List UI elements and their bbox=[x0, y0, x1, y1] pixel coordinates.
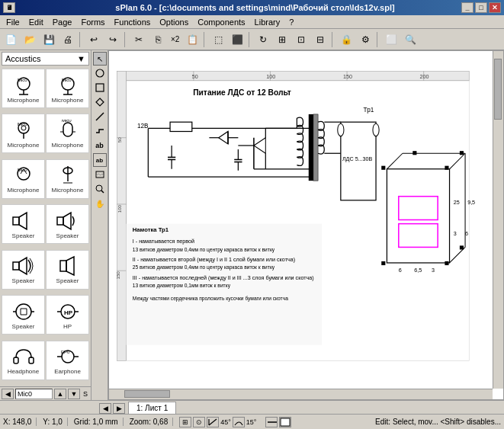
svg-text:13 витков диаметром 0,1мм вито: 13 витков диаметром 0,1мм виток к витку bbox=[133, 283, 231, 289]
canvas-area[interactable]: 50 100 150 200 50 100 150 Питание ЛДС от… bbox=[108, 50, 504, 400]
svg-rect-37 bbox=[14, 357, 18, 363]
rect-tool[interactable] bbox=[93, 81, 107, 94]
select-tool[interactable]: ↖ bbox=[93, 52, 107, 66]
lock-button[interactable]: 🔒 bbox=[337, 31, 355, 48]
tab-sheet1[interactable]: 1: Лист 1 bbox=[128, 402, 176, 414]
refresh-button[interactable]: ↻ bbox=[254, 31, 272, 48]
copy-x2-button[interactable]: ×2 bbox=[168, 31, 182, 48]
paste-button[interactable]: 📋 bbox=[183, 31, 201, 48]
svg-text:Намотка Тр1: Намотка Тр1 bbox=[133, 226, 169, 233]
diamond-tool[interactable] bbox=[93, 95, 107, 109]
panel-nav-prev[interactable]: ◀ bbox=[2, 389, 14, 399]
status-bar: X: 148,0 Y: 1,0 Grid: 1,0 mm Zoom: 0,68 … bbox=[0, 414, 504, 429]
page-btn1[interactable]: ⬜ bbox=[382, 31, 400, 48]
component-symbol bbox=[8, 300, 39, 323]
vertical-scrollbar[interactable] bbox=[493, 51, 503, 389]
text-tool[interactable]: ab bbox=[93, 139, 107, 152]
component-label: Earphone bbox=[54, 368, 81, 375]
menu-page[interactable]: Page bbox=[48, 17, 77, 27]
svg-text:Тр1: Тр1 bbox=[364, 107, 374, 114]
open-button[interactable]: 📂 bbox=[21, 31, 39, 48]
component-btn2[interactable]: ⊡ bbox=[292, 31, 310, 48]
menu-forms[interactable]: Forms bbox=[76, 17, 109, 27]
menu-edit[interactable]: Edit bbox=[24, 17, 48, 27]
svg-rect-130 bbox=[381, 261, 385, 265]
component-symbol bbox=[53, 210, 83, 232]
line-style-button[interactable] bbox=[265, 417, 278, 427]
hand-tool[interactable]: ✋ bbox=[93, 197, 107, 210]
zoom-tool[interactable] bbox=[93, 182, 107, 196]
menu-functions[interactable]: Functions bbox=[110, 17, 156, 27]
close-button[interactable]: ✕ bbox=[489, 2, 501, 13]
search-button[interactable]: 🔍 bbox=[401, 31, 419, 48]
tab-scroll-right[interactable]: ▶ bbox=[113, 403, 125, 414]
category-dropdown[interactable]: Accustics ▼ bbox=[2, 52, 89, 66]
save-button[interactable]: 💾 bbox=[40, 31, 58, 48]
print-button[interactable]: 🖨 bbox=[59, 31, 77, 48]
fill-style-button[interactable] bbox=[279, 417, 291, 427]
grid-toggle-button[interactable]: ⊞ bbox=[179, 417, 191, 427]
tab-scroll-left[interactable]: ◀ bbox=[99, 403, 111, 414]
image-tool[interactable] bbox=[93, 168, 107, 181]
component-btn3[interactable]: ⊟ bbox=[311, 31, 329, 48]
list-item[interactable]: HP HP bbox=[46, 295, 89, 335]
list-item[interactable]: Headphone bbox=[2, 341, 45, 380]
settings-button[interactable]: ⚙ bbox=[356, 31, 374, 48]
list-item[interactable]: Speaker bbox=[2, 204, 45, 244]
minimize-button[interactable]: _ bbox=[461, 2, 474, 13]
component-btn1[interactable]: ⊞ bbox=[273, 31, 291, 48]
list-item[interactable]: Mic0 Microphone bbox=[2, 69, 45, 108]
maximize-button[interactable]: □ bbox=[475, 2, 487, 13]
copy-button[interactable]: ⎘ bbox=[149, 31, 167, 48]
component-symbol bbox=[8, 255, 39, 277]
cut-button[interactable]: ✂ bbox=[130, 31, 148, 48]
angle1-button[interactable] bbox=[207, 417, 219, 427]
angle2-button[interactable] bbox=[233, 417, 245, 427]
snap-button[interactable]: ⊙ bbox=[193, 417, 205, 427]
wire-tool[interactable] bbox=[93, 124, 107, 138]
svg-line-135 bbox=[209, 419, 217, 425]
undo-button[interactable]: ↩ bbox=[85, 31, 103, 48]
new-button[interactable]: 📄 bbox=[2, 31, 20, 48]
menu-file[interactable]: File bbox=[2, 17, 24, 27]
copy-to-button[interactable]: ⬚ bbox=[209, 31, 227, 48]
panel-nav-down[interactable]: ▼ bbox=[68, 389, 80, 399]
horizontal-scrollbar[interactable] bbox=[109, 389, 493, 399]
ellipse-tool[interactable] bbox=[93, 66, 107, 80]
system-menu-icon[interactable]: 🖥 bbox=[3, 2, 15, 13]
svg-marker-45 bbox=[96, 98, 104, 106]
main-toolbar: 📄 📂 💾 🖨 ↩ ↪ ✂ ⎘ ×2 📋 ⬚ ⬛ ↻ ⊞ ⊡ ⊟ 🔒 ⚙ ⬜ 🔍 bbox=[0, 29, 504, 50]
text2-tool[interactable]: ab bbox=[93, 153, 107, 167]
list-item[interactable]: Speaker bbox=[46, 250, 89, 290]
svg-text:13 витков диаметром 0,4мм по ц: 13 витков диаметром 0,4мм по центру карк… bbox=[133, 247, 275, 253]
svg-text:12В: 12В bbox=[137, 123, 149, 130]
line-tool[interactable] bbox=[93, 110, 107, 123]
redo-button[interactable]: ↪ bbox=[104, 31, 122, 48]
menu-help[interactable]: ? bbox=[284, 17, 298, 27]
list-item[interactable]: Mic0 Microphone bbox=[2, 114, 45, 153]
svg-rect-134 bbox=[413, 151, 416, 155]
list-item[interactable]: Speaker bbox=[2, 295, 45, 335]
panel-nav-up[interactable]: ▲ bbox=[54, 389, 66, 399]
menu-components[interactable]: Components bbox=[193, 17, 249, 27]
y-coords-section: Y: 1,0 bbox=[43, 418, 68, 426]
list-item[interactable]: Mic0 Microphone bbox=[2, 159, 45, 199]
list-item[interactable]: EP0 Earphone bbox=[46, 341, 89, 380]
list-item[interactable]: Speaker bbox=[46, 204, 89, 244]
menu-options[interactable]: Options bbox=[155, 17, 193, 27]
component-label: Microphone bbox=[8, 187, 40, 194]
dropdown-arrow-icon[interactable]: ▼ bbox=[77, 54, 85, 63]
list-item[interactable]: Speaker bbox=[2, 250, 45, 290]
paste-from-button[interactable]: ⬛ bbox=[228, 31, 246, 48]
list-item[interactable]: Mic0 Microphone bbox=[46, 114, 89, 153]
svg-text:50: 50 bbox=[117, 137, 122, 142]
svg-line-46 bbox=[96, 113, 104, 120]
tab-bar: ◀ ▶ 1: Лист 1 bbox=[0, 400, 504, 414]
component-symbol: Mic0 bbox=[53, 74, 83, 97]
svg-rect-51 bbox=[117, 71, 469, 80]
svg-marker-24 bbox=[63, 213, 71, 229]
list-item[interactable]: Microphone bbox=[46, 159, 89, 199]
menu-library[interactable]: Library bbox=[250, 17, 285, 27]
list-item[interactable]: Mic0 Microphone bbox=[46, 69, 89, 108]
panel-search[interactable]: Mic0 bbox=[15, 389, 53, 399]
